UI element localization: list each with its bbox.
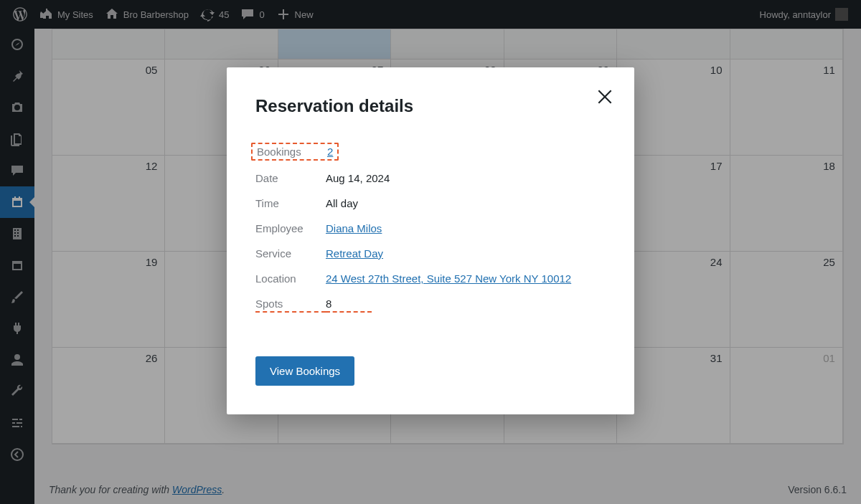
close-button[interactable]: [596, 87, 614, 108]
label-bookings: Bookings: [257, 146, 327, 158]
value-location-link[interactable]: 24 West 27th Street, Suite 527 New York …: [326, 272, 571, 285]
row-date: Date Aug 14, 2024: [255, 166, 606, 191]
row-employee: Employee Diana Milos: [255, 216, 606, 241]
label-spots: Spots: [255, 298, 326, 313]
close-icon: [596, 87, 614, 106]
view-bookings-button[interactable]: View Bookings: [255, 356, 354, 386]
label-time: Time: [255, 197, 326, 209]
row-spots: Spots 8: [255, 291, 606, 319]
row-service: Service Retreat Day: [255, 241, 606, 266]
modal-title: Reservation details: [255, 96, 606, 116]
row-time: Time All day: [255, 191, 606, 216]
label-service: Service: [255, 247, 326, 260]
value-service-link[interactable]: Retreat Day: [326, 247, 383, 260]
reservation-details-modal: Reservation details Bookings 2 Date Aug …: [227, 67, 634, 414]
label-location: Location: [255, 272, 326, 285]
value-date: Aug 14, 2024: [326, 172, 390, 184]
label-date: Date: [255, 172, 326, 184]
value-employee-link[interactable]: Diana Milos: [326, 222, 382, 234]
value-time: All day: [326, 197, 358, 209]
row-bookings: Bookings 2: [255, 138, 606, 166]
value-bookings-link[interactable]: 2: [327, 146, 333, 158]
row-location: Location 24 West 27th Street, Suite 527 …: [255, 266, 606, 291]
label-employee: Employee: [255, 222, 326, 234]
value-spots: 8: [326, 298, 372, 313]
